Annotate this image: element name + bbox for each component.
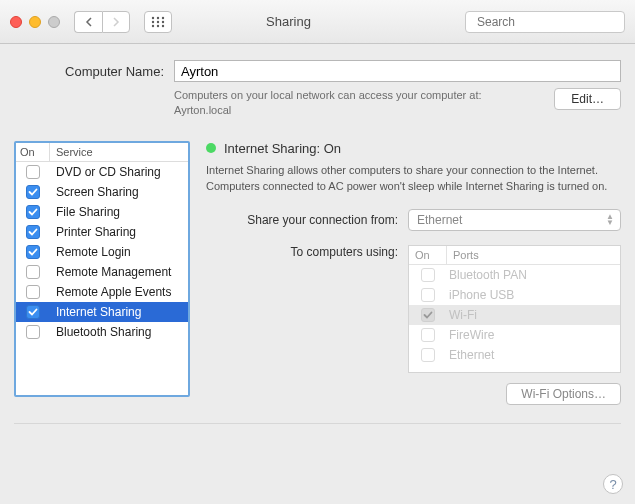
- traffic-lights: [10, 16, 60, 28]
- service-list-header: On Service: [16, 143, 188, 162]
- status-indicator-icon: [206, 143, 216, 153]
- computer-name-label: Computer Name:: [14, 64, 164, 79]
- ports-table[interactable]: On Ports Bluetooth PANiPhone USBWi-FiFir…: [408, 245, 621, 373]
- service-row[interactable]: Bluetooth Sharing: [16, 322, 188, 342]
- port-name: Wi-Fi: [447, 308, 477, 322]
- service-row[interactable]: Printer Sharing: [16, 222, 188, 242]
- port-name: Bluetooth PAN: [447, 268, 527, 282]
- service-checkbox[interactable]: [26, 165, 40, 179]
- service-checkbox[interactable]: [26, 325, 40, 339]
- service-name: DVD or CD Sharing: [50, 165, 161, 179]
- port-name: Ethernet: [447, 348, 494, 362]
- computer-name-help: Computers on your local network can acce…: [174, 88, 534, 119]
- port-row[interactable]: iPhone USB: [409, 285, 620, 305]
- service-checkbox[interactable]: [26, 245, 40, 259]
- window-title: Sharing: [120, 14, 457, 29]
- service-name: Remote Login: [50, 245, 131, 259]
- close-window-button[interactable]: [10, 16, 22, 28]
- to-computers-label: To computers using:: [206, 245, 398, 373]
- wifi-options-button[interactable]: Wi-Fi Options…: [506, 383, 621, 405]
- status-description: Internet Sharing allows other computers …: [206, 163, 621, 195]
- port-checkbox[interactable]: [421, 328, 435, 342]
- service-name: Screen Sharing: [50, 185, 139, 199]
- service-checkbox[interactable]: [26, 225, 40, 239]
- port-row[interactable]: Wi-Fi: [409, 305, 620, 325]
- port-name: iPhone USB: [447, 288, 514, 302]
- port-checkbox[interactable]: [421, 268, 435, 282]
- back-button[interactable]: [74, 11, 102, 33]
- share-from-label: Share your connection from:: [206, 213, 398, 227]
- port-row[interactable]: FireWire: [409, 325, 620, 345]
- computer-name-input[interactable]: [174, 60, 621, 82]
- service-name: Bluetooth Sharing: [50, 325, 151, 339]
- edit-button[interactable]: Edit…: [554, 88, 621, 110]
- service-checkbox[interactable]: [26, 265, 40, 279]
- titlebar: Sharing: [0, 0, 635, 44]
- zoom-window-button[interactable]: [48, 16, 60, 28]
- service-name: File Sharing: [50, 205, 120, 219]
- minimize-window-button[interactable]: [29, 16, 41, 28]
- service-row[interactable]: Remote Apple Events: [16, 282, 188, 302]
- port-row[interactable]: Ethernet: [409, 345, 620, 365]
- service-checkbox[interactable]: [26, 305, 40, 319]
- port-row[interactable]: Bluetooth PAN: [409, 265, 620, 285]
- service-row[interactable]: Internet Sharing: [16, 302, 188, 322]
- share-from-select[interactable]: Ethernet ▲▼: [408, 209, 621, 231]
- service-row[interactable]: DVD or CD Sharing: [16, 162, 188, 182]
- ports-header: On Ports: [409, 246, 620, 265]
- service-row[interactable]: Remote Management: [16, 262, 188, 282]
- port-checkbox[interactable]: [421, 288, 435, 302]
- service-name: Remote Management: [50, 265, 171, 279]
- service-checkbox[interactable]: [26, 205, 40, 219]
- service-row[interactable]: Remote Login: [16, 242, 188, 262]
- service-row[interactable]: File Sharing: [16, 202, 188, 222]
- port-name: FireWire: [447, 328, 494, 342]
- service-name: Remote Apple Events: [50, 285, 171, 299]
- status-title: Internet Sharing: On: [224, 141, 341, 156]
- service-checkbox[interactable]: [26, 285, 40, 299]
- detail-panel: Internet Sharing: On Internet Sharing al…: [206, 141, 621, 405]
- service-list[interactable]: On Service DVD or CD SharingScreen Shari…: [14, 141, 190, 397]
- port-checkbox[interactable]: [421, 348, 435, 362]
- chevron-updown-icon: ▲▼: [606, 214, 614, 226]
- service-row[interactable]: Screen Sharing: [16, 182, 188, 202]
- service-name: Printer Sharing: [50, 225, 136, 239]
- service-name: Internet Sharing: [50, 305, 141, 319]
- search-field[interactable]: [465, 11, 625, 33]
- port-checkbox[interactable]: [421, 308, 435, 322]
- help-button[interactable]: ?: [603, 474, 623, 494]
- search-input[interactable]: [477, 15, 627, 29]
- service-checkbox[interactable]: [26, 185, 40, 199]
